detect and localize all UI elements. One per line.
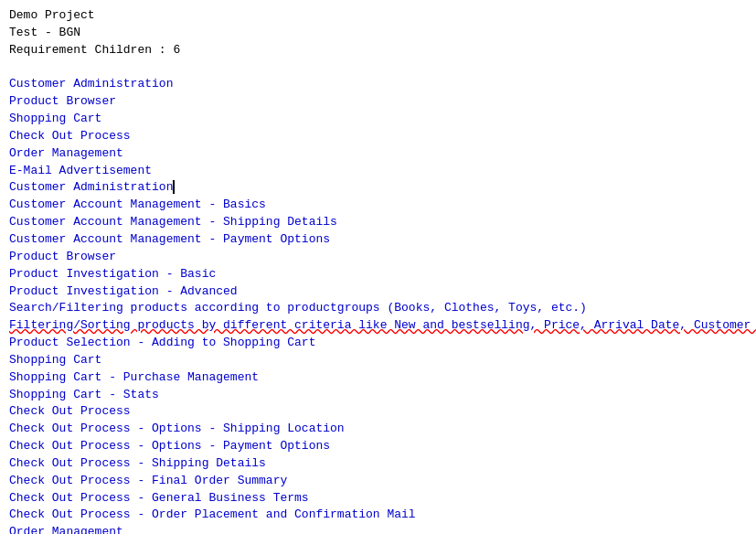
text-line: Product Selection - Adding to Shopping C…: [9, 335, 747, 352]
text-line: Product Investigation - Advanced: [9, 283, 747, 301]
text-line: Check Out Process - Final Order Summary: [9, 473, 747, 490]
text-line: Check Out Process: [9, 403, 747, 421]
text-line: Requirement Children : 6: [9, 42, 747, 59]
text-line: Customer Account Management - Basics: [9, 197, 747, 214]
content-area: Demo ProjectTest - BGNRequirement Childr…: [9, 7, 747, 534]
text-line: Search/Filtering products according to p…: [9, 300, 747, 317]
text-line: Shopping Cart: [9, 111, 747, 128]
text-line: Check Out Process - Order Placement and …: [9, 507, 747, 524]
text-line: Shopping Cart - Purchase Management: [9, 369, 747, 387]
text-line: Shopping Cart: [9, 352, 747, 369]
text-line: Product Investigation - Basic: [9, 266, 747, 283]
text-line: Customer Administration: [9, 76, 747, 93]
text-line: Check Out Process - Options - Payment Op…: [9, 438, 747, 455]
text-line: Product Browser: [9, 93, 747, 111]
text-line: Customer Administration: [9, 179, 747, 197]
text-line: E-Mail Advertisement: [9, 163, 747, 180]
text-line: Order Management: [9, 145, 747, 163]
text-line: Customer Account Management - Shipping D…: [9, 214, 747, 231]
text-line: Order Management: [9, 524, 747, 534]
empty-line: [9, 59, 747, 77]
text-line: Check Out Process - Shipping Details: [9, 455, 747, 473]
text-line: Check Out Process: [9, 128, 747, 145]
text-line: Check Out Process - General Business Ter…: [9, 490, 747, 507]
text-line: Test - BGN: [9, 25, 747, 42]
text-line: Product Browser: [9, 249, 747, 266]
text-line: Shopping Cart - Stats: [9, 387, 747, 404]
text-line: Customer Account Management - Payment Op…: [9, 231, 747, 249]
text-line: Filtering/Sorting products by different …: [9, 317, 747, 335]
text-line: Demo Project: [9, 7, 747, 25]
text-cursor: [173, 180, 175, 194]
text-line: Check Out Process - Options - Shipping L…: [9, 421, 747, 438]
